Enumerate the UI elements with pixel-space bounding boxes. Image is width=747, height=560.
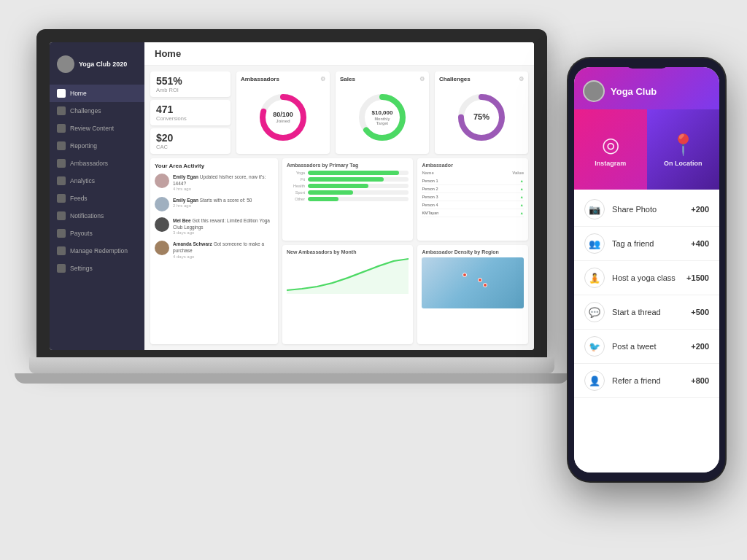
action-tweet[interactable]: 🐦 Post a tweet +200 bbox=[574, 330, 719, 364]
avatar bbox=[155, 217, 169, 232]
laptop: Yoga Club 2020 Home Challenges Review Co… bbox=[36, 29, 562, 408]
settings-icon bbox=[57, 264, 66, 273]
manage-icon bbox=[57, 246, 66, 255]
conversions-stat: 471 Conversions bbox=[150, 100, 231, 125]
roi-value: 551% bbox=[156, 75, 225, 87]
activity-panel: Your Area Activity Emily Egan Updated hi… bbox=[150, 158, 278, 344]
avatar bbox=[155, 241, 169, 255]
feeds-icon bbox=[57, 194, 66, 203]
action-points: +1500 bbox=[686, 273, 709, 282]
conversions-label: Conversions bbox=[156, 115, 225, 122]
ambassadors-title: Ambassadors ⚙ bbox=[241, 76, 325, 82]
action-start-thread[interactable]: 💬 Start a thread +500 bbox=[574, 295, 719, 330]
ambassadors-center: 80/100 Joined bbox=[273, 111, 293, 124]
refer-icon: 👤 bbox=[584, 370, 605, 391]
sidebar-item-settings[interactable]: Settings bbox=[50, 260, 144, 277]
sidebar-item-home[interactable]: Home bbox=[50, 85, 144, 102]
activity-item: Mel Bee Got this reward: Limited Edition… bbox=[155, 217, 274, 235]
sidebar-item-reporting[interactable]: Reporting bbox=[50, 137, 144, 155]
phone-actions-list: 📷 Share Photo +200 👥 Tag a friend +400 🧘… bbox=[574, 190, 719, 472]
location-icon: 📍 bbox=[670, 133, 696, 157]
action-host-yoga[interactable]: 🧘 Host a yoga class +1500 bbox=[574, 261, 719, 295]
action-label: Refer a friend bbox=[612, 376, 691, 385]
bottom-row: Your Area Activity Emily Egan Updated hi… bbox=[150, 158, 528, 344]
sidebar-item-review[interactable]: Review Content bbox=[50, 120, 144, 137]
action-points: +200 bbox=[691, 205, 709, 214]
activity-title: Your Area Activity bbox=[155, 163, 274, 169]
action-points: +800 bbox=[691, 376, 709, 385]
review-icon bbox=[57, 124, 66, 133]
notifications-icon bbox=[57, 211, 66, 220]
club-avatar bbox=[583, 80, 605, 102]
payouts-icon bbox=[57, 229, 66, 238]
action-label: Post a tweet bbox=[612, 342, 691, 351]
phone-bezel: Yoga Club ◎ Instagram 📍 On Location 📷 Sh… bbox=[568, 58, 725, 481]
sidebar-item-analytics[interactable]: Analytics bbox=[50, 172, 144, 190]
activity-item: Amanda Schwarz Got someone to make a pur… bbox=[155, 241, 274, 258]
sales-title: Sales ⚙ bbox=[340, 76, 425, 82]
sidebar-item-notifications[interactable]: Notifications bbox=[50, 207, 144, 225]
laptop-base bbox=[29, 357, 554, 373]
action-points: +400 bbox=[691, 239, 709, 248]
activity-item: Emily Egan Starts with a score of: 50 2 … bbox=[155, 197, 274, 211]
amb-row: Person 3 ▲ bbox=[422, 193, 524, 201]
location-label: On Location bbox=[664, 160, 703, 167]
thread-icon: 💬 bbox=[584, 302, 605, 322]
line-chart-card: New Ambassadors by Month bbox=[282, 245, 413, 344]
bar-row: Health bbox=[287, 184, 409, 188]
roi-stat: 551% Amb ROI bbox=[150, 71, 231, 97]
bar-row: Other bbox=[287, 197, 409, 201]
phone-hero: ◎ Instagram 📍 On Location bbox=[574, 109, 719, 190]
bar-chart: Yoga Fit Health bbox=[287, 171, 409, 201]
main-content: Home 551% Amb ROI 471 Conversions bbox=[144, 42, 534, 350]
hero-instagram[interactable]: ◎ Instagram bbox=[574, 109, 647, 190]
sidebar-item-payouts[interactable]: Payouts bbox=[50, 225, 144, 242]
top-stats-row: 551% Amb ROI 471 Conversions $20 CAC bbox=[150, 71, 528, 154]
map-visual bbox=[422, 257, 524, 308]
cac-value: $20 bbox=[156, 132, 225, 144]
sidebar-item-challenges[interactable]: Challenges bbox=[50, 102, 144, 120]
sidebar-item-manage[interactable]: Manage Redemption bbox=[50, 242, 144, 260]
laptop-screen: Yoga Club 2020 Home Challenges Review Co… bbox=[50, 42, 534, 350]
logo-avatar bbox=[57, 55, 74, 73]
amb-row: KMTayan ▲ bbox=[422, 209, 524, 217]
line-chart-title: New Ambassadors by Month bbox=[287, 249, 409, 254]
instagram-icon: ◎ bbox=[602, 133, 619, 157]
logo-text: Yoga Club 2020 bbox=[79, 61, 127, 68]
action-share-photo[interactable]: 📷 Share Photo +200 bbox=[574, 192, 719, 227]
hero-on-location[interactable]: 📍 On Location bbox=[647, 109, 720, 190]
bar-chart-title: Ambassadors by Primary Tag bbox=[287, 163, 409, 168]
sidebar-logo: Yoga Club 2020 bbox=[50, 50, 144, 79]
laptop-bezel: Yoga Club 2020 Home Challenges Review Co… bbox=[36, 29, 547, 357]
action-label: Share Photo bbox=[612, 205, 691, 214]
ambassadors-card: Ambassadors ⚙ 80/1 bbox=[236, 71, 330, 154]
sidebar-item-ambassadors[interactable]: Ambassadors bbox=[50, 155, 144, 172]
amb-row: Person 2 ▲ bbox=[422, 185, 524, 193]
action-points: +200 bbox=[691, 342, 709, 351]
action-refer-friend[interactable]: 👤 Refer a friend +800 bbox=[574, 364, 719, 398]
phone-notch bbox=[625, 58, 669, 69]
activity-item: Emily Egan Updated his/her score, now it… bbox=[155, 174, 274, 191]
action-label: Tag a friend bbox=[612, 239, 691, 248]
sales-donut: $10,000 Monthly Target bbox=[340, 85, 425, 149]
bar-row: Sport bbox=[287, 190, 409, 195]
instagram-label: Instagram bbox=[595, 160, 626, 167]
roi-label: Amb ROI bbox=[156, 87, 225, 93]
ambassadors-donut: 80/100 Joined bbox=[241, 85, 325, 149]
sidebar-item-feeds[interactable]: Feeds bbox=[50, 190, 144, 207]
action-label: Host a yoga class bbox=[612, 273, 686, 282]
phone: Yoga Club ◎ Instagram 📍 On Location 📷 Sh… bbox=[568, 58, 725, 503]
cac-stat: $20 CAC bbox=[150, 128, 231, 154]
line-chart-svg bbox=[287, 257, 409, 294]
challenges-donut: 75% bbox=[439, 85, 524, 149]
dashboard-body: 551% Amb ROI 471 Conversions $20 CAC bbox=[144, 66, 534, 350]
charts-panel: Ambassadors by Primary Tag Yoga Fit bbox=[282, 158, 528, 344]
sidebar: Yoga Club 2020 Home Challenges Review Co… bbox=[50, 42, 144, 350]
action-tag-friend[interactable]: 👥 Tag a friend +400 bbox=[574, 227, 719, 261]
ambassadors-icon bbox=[57, 159, 66, 168]
laptop-bottom bbox=[15, 373, 569, 384]
action-label: Start a thread bbox=[612, 308, 691, 316]
phone-screen: Yoga Club ◎ Instagram 📍 On Location 📷 Sh… bbox=[574, 67, 719, 472]
challenges-center: 75% bbox=[473, 112, 489, 122]
bar-row: Fit bbox=[287, 177, 409, 182]
